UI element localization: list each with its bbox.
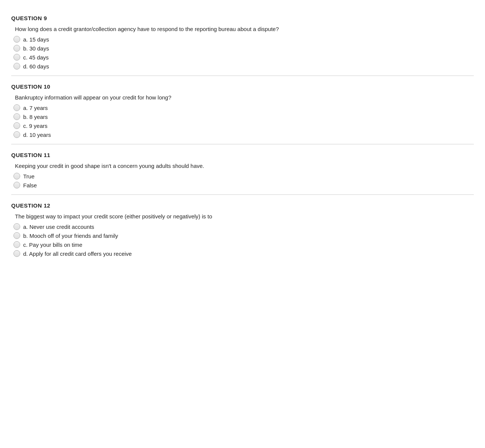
q9c-option[interactable]: c. 45 days (13, 54, 474, 61)
q9a-radio[interactable] (13, 36, 20, 43)
q12a-label: a. Never use credit accounts (23, 224, 94, 230)
q9b-option[interactable]: b. 30 days (13, 45, 474, 52)
q10c-option[interactable]: c. 9 years (13, 122, 474, 129)
q12b-option[interactable]: b. Mooch off of your friends and family (13, 232, 474, 239)
question-11-text: Keeping your credit in good shape isn't … (15, 163, 474, 169)
q9c-radio[interactable] (13, 54, 20, 61)
q9a-label: a. 15 days (23, 36, 49, 43)
question-12-options: a. Never use credit accountsb. Mooch off… (13, 223, 474, 257)
q12d-radio[interactable] (13, 250, 20, 257)
q9a-option[interactable]: a. 15 days (13, 36, 474, 43)
question-12: QUESTION 12The biggest way to impact you… (11, 195, 474, 263)
q9b-radio[interactable] (13, 45, 20, 52)
q9c-label: c. 45 days (23, 54, 49, 61)
q9d-label: d. 60 days (23, 63, 49, 70)
q10b-label: b. 8 years (23, 114, 48, 120)
q9d-option[interactable]: d. 60 days (13, 63, 474, 70)
q9b-label: b. 30 days (23, 45, 49, 52)
q10b-option[interactable]: b. 8 years (13, 113, 474, 120)
q12b-label: b. Mooch off of your friends and family (23, 233, 118, 239)
q10a-label: a. 7 years (23, 105, 48, 111)
page-container: QUESTION 9How long does a credit grantor… (0, 0, 485, 270)
q11a-option[interactable]: True (13, 173, 474, 179)
q12c-label: c. Pay your bills on time (23, 242, 82, 248)
question-9-text: How long does a credit grantor/collectio… (15, 26, 474, 32)
question-10: QUESTION 10Bankruptcy information will a… (11, 76, 474, 144)
q12c-option[interactable]: c. Pay your bills on time (13, 241, 474, 248)
q11a-label: True (23, 173, 34, 179)
question-11: QUESTION 11Keeping your credit in good s… (11, 144, 474, 195)
q11b-label: False (23, 182, 37, 188)
q10c-radio[interactable] (13, 122, 20, 129)
q10a-option[interactable]: a. 7 years (13, 104, 474, 111)
q10a-radio[interactable] (13, 104, 20, 111)
question-9-number: QUESTION 9 (11, 15, 474, 21)
q11b-radio[interactable] (13, 182, 20, 188)
q10d-option[interactable]: d. 10 years (13, 131, 474, 138)
question-11-options: TrueFalse (13, 173, 474, 188)
question-10-options: a. 7 yearsb. 8 yearsc. 9 yearsd. 10 year… (13, 104, 474, 138)
q12b-radio[interactable] (13, 232, 20, 239)
q12a-option[interactable]: a. Never use credit accounts (13, 223, 474, 230)
q12d-label: d. Apply for all credit card offers you … (23, 251, 132, 257)
q11a-radio[interactable] (13, 173, 20, 179)
q10d-radio[interactable] (13, 131, 20, 138)
q12a-radio[interactable] (13, 223, 20, 230)
q12d-option[interactable]: d. Apply for all credit card offers you … (13, 250, 474, 257)
q9d-radio[interactable] (13, 63, 20, 70)
q12c-radio[interactable] (13, 241, 20, 248)
question-9-options: a. 15 daysb. 30 daysc. 45 daysd. 60 days (13, 36, 474, 70)
q10c-label: c. 9 years (23, 123, 47, 129)
question-12-number: QUESTION 12 (11, 202, 474, 209)
q11b-option[interactable]: False (13, 182, 474, 188)
q10b-radio[interactable] (13, 113, 20, 120)
question-11-number: QUESTION 11 (11, 152, 474, 158)
question-10-text: Bankruptcy information will appear on yo… (15, 94, 474, 101)
question-10-number: QUESTION 10 (11, 83, 474, 90)
question-12-text: The biggest way to impact your credit sc… (15, 213, 474, 220)
q10d-label: d. 10 years (23, 132, 51, 138)
question-9: QUESTION 9How long does a credit grantor… (11, 7, 474, 76)
